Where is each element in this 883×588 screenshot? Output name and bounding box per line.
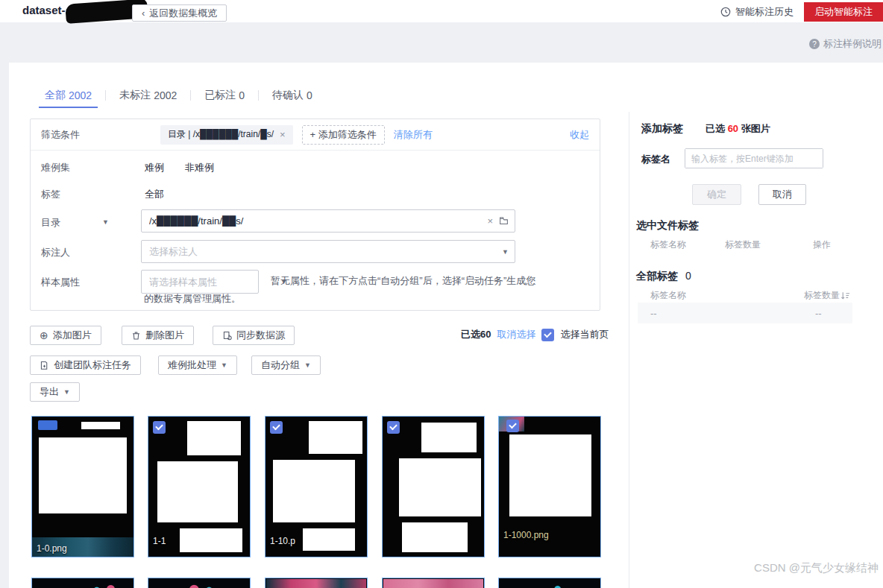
selected-images-text: 已选 60 张图片 — [706, 122, 770, 136]
filter-panel: 筛选条件 目录 | /x██████/train/█s/ × + 添加筛选条件 … — [30, 118, 600, 311]
clear-all-link[interactable]: 清除所有 — [394, 128, 433, 142]
directory-label: 目录 — [41, 216, 60, 230]
col-label-count-sortable[interactable]: 标签数量 — [804, 289, 850, 302]
selected-count-text: 已选60 — [461, 328, 491, 341]
redaction-white — [421, 423, 477, 452]
label-name-input[interactable] — [685, 149, 823, 168]
annotator-select[interactable] — [142, 241, 502, 262]
image-filename: 1-1 — [153, 536, 166, 546]
sample-attribute-label: 样本属性 — [41, 276, 80, 289]
hard-example-option[interactable]: 难例 — [145, 161, 164, 174]
clock-icon — [720, 7, 731, 17]
image-content — [33, 579, 133, 588]
image-card[interactable] — [498, 578, 601, 588]
watermark-text: CSDN @元气少女缘结神 — [754, 561, 879, 575]
hard-example-batch-button[interactable]: 难例批处理 ▼ — [158, 355, 237, 375]
select-checkbox[interactable] — [387, 421, 400, 434]
image-card[interactable]: 1-1 — [148, 416, 251, 557]
all-labels-title: 全部标签 0 — [636, 270, 691, 283]
selection-cluster: 已选60 取消选择 选择当前页 — [461, 328, 609, 341]
label-name-input-box — [685, 148, 823, 168]
col-label-name: 标签名称 — [650, 238, 686, 251]
redaction-white — [509, 434, 591, 516]
top-bar: dataset- ‹ 返回数据集概览 智能标注历史 启动智能标注 — [0, 0, 883, 22]
add-image-button[interactable]: ⊕ 添加图片 — [30, 326, 101, 345]
chevron-left-icon: ‹ — [142, 7, 145, 19]
folder-icon[interactable] — [499, 216, 509, 226]
image-card[interactable] — [148, 578, 251, 588]
image-card[interactable] — [382, 578, 485, 588]
tab-to-confirm[interactable]: 待确认0 — [259, 85, 326, 106]
select-checkbox[interactable] — [38, 420, 57, 430]
selected-files-labels-title: 选中文件标签 — [636, 219, 699, 233]
chevron-down-icon: ▼ — [304, 361, 311, 369]
select-current-page-checkbox[interactable] — [541, 329, 554, 341]
empty-label-row: -- -- — [638, 303, 852, 323]
delete-image-button[interactable]: 删除图片 — [122, 326, 194, 345]
sort-icon — [840, 291, 850, 300]
empty-label-count: -- — [815, 308, 822, 319]
add-filter-condition-button[interactable]: + 添加筛选条件 — [302, 125, 385, 145]
redaction-white — [157, 461, 238, 522]
image-card[interactable]: 1-10.p — [265, 416, 368, 557]
directory-input[interactable] — [142, 210, 487, 232]
non-hard-example-option[interactable]: 非难例 — [185, 161, 214, 174]
tab-labeled[interactable]: 已标注0 — [191, 85, 258, 106]
select-checkbox[interactable] — [153, 421, 166, 434]
filter-condition-row: 筛选条件 目录 | /x██████/train/█s/ × + 添加筛选条件 … — [31, 119, 600, 151]
sync-document-icon — [222, 331, 232, 341]
image-card[interactable]: 1-0.png — [31, 416, 134, 557]
col-label-count: 标签数量 — [725, 238, 761, 251]
selected-count: 60 — [728, 123, 738, 134]
col-action: 操作 — [813, 238, 831, 251]
cancel-button[interactable]: 取消 — [758, 184, 806, 205]
sample-attribute-select-box: ▼ — [141, 270, 259, 294]
start-smart-label-button[interactable]: 启动智能标注 — [804, 2, 883, 22]
empty-label-name: -- — [650, 308, 657, 319]
image-card[interactable] — [265, 578, 368, 588]
tab-unlabeled[interactable]: 未标注2002 — [106, 85, 190, 106]
sample-attribute-select[interactable] — [142, 271, 280, 293]
select-checkbox[interactable] — [506, 420, 519, 432]
hard-example-label: 难例集 — [41, 161, 70, 174]
redaction-white — [39, 437, 127, 513]
tab-bar: 全部2002 未标注2002 已标注0 待确认0 — [31, 85, 326, 106]
add-label-title: 添加标签 — [641, 122, 683, 136]
label-filter-value[interactable]: 全部 — [145, 188, 164, 201]
confirm-button[interactable]: 确定 — [692, 184, 741, 205]
image-content — [266, 579, 366, 588]
chevron-down-icon: ▼ — [221, 361, 227, 369]
filter-tag-directory[interactable]: 目录 | /x██████/train/█s/ × — [160, 125, 293, 145]
smart-label-history-link[interactable]: 智能标注历史 — [720, 5, 794, 19]
chevron-down-icon[interactable]: ▼ — [502, 248, 509, 256]
image-content — [383, 579, 483, 588]
clear-input-icon[interactable]: × — [487, 215, 493, 227]
create-team-task-button[interactable]: 创建团队标注任务 — [30, 355, 141, 375]
remove-filter-icon[interactable]: × — [280, 129, 286, 140]
auto-group-button[interactable]: 自动分组 ▼ — [251, 355, 321, 375]
page-root: dataset- ‹ 返回数据集概览 智能标注历史 启动智能标注 ? 标注样例说… — [0, 0, 883, 588]
redaction-white — [303, 528, 355, 551]
tab-all[interactable]: 全部2002 — [31, 85, 105, 106]
sync-datasource-button[interactable]: 同步数据源 — [213, 326, 295, 345]
redaction-white — [187, 421, 241, 455]
question-icon: ? — [809, 39, 820, 49]
trash-icon — [131, 331, 141, 341]
back-to-dataset-overview-button[interactable]: ‹ 返回数据集概览 — [132, 4, 227, 22]
attribute-hint-line2: 的数据专属管理属性。 — [144, 292, 241, 306]
image-card[interactable]: 1-1000.png — [498, 416, 601, 557]
chevron-down-icon[interactable]: ▼ — [102, 218, 109, 226]
redaction-white — [309, 421, 362, 454]
select-checkbox[interactable] — [270, 421, 283, 434]
label-sample-help-link[interactable]: ? 标注样例说明 — [809, 37, 882, 51]
image-card[interactable] — [31, 578, 134, 588]
image-card[interactable] — [382, 416, 485, 557]
export-button[interactable]: 导出 ▼ — [30, 382, 80, 402]
label-name-label: 标签名 — [641, 153, 670, 166]
cancel-selection-link[interactable]: 取消选择 — [497, 328, 535, 341]
image-filename: 1-1000.png — [503, 530, 549, 540]
panel-divider — [629, 112, 629, 588]
collapse-link[interactable]: 收起 — [570, 128, 589, 142]
select-current-page-label: 选择当前页 — [560, 328, 609, 341]
annotator-select-box: ▼ — [141, 240, 515, 263]
